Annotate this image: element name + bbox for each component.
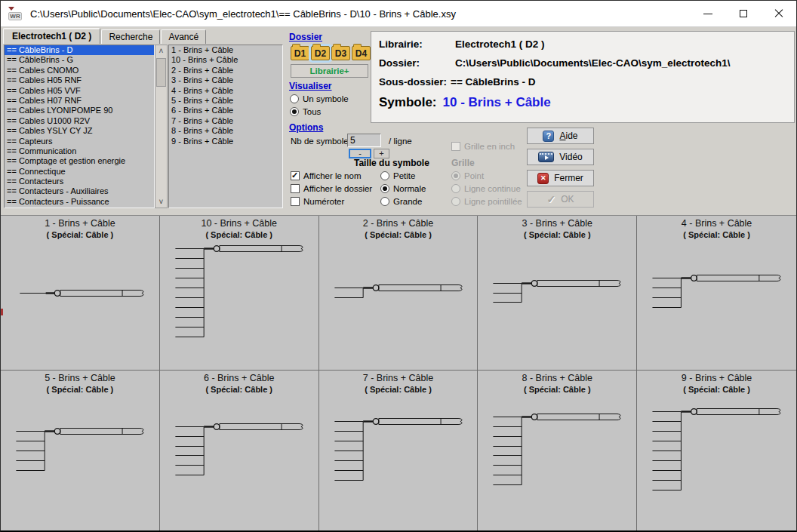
radio-ligne-pointill-e-label: Ligne pointillée — [464, 197, 522, 206]
symbol-list-item[interactable]: 4 - Brins + Câble — [169, 86, 282, 96]
symbol-cell-title: 3 - Brins + Câble — [478, 218, 636, 229]
checkbox-icon — [451, 142, 460, 151]
options-link[interactable]: Options — [289, 122, 323, 133]
checkbox-icon — [291, 197, 300, 206]
symbol-list-item[interactable]: 6 - Brins + Câble — [169, 106, 282, 115]
folder-button-d2[interactable]: D2 — [311, 46, 330, 60]
radio-icon — [380, 171, 389, 180]
minimize-button[interactable] — [690, 1, 725, 26]
symbol-cell-title: 10 - Brins + Câble — [160, 218, 318, 229]
tabstrip: Electrotech1 ( D2 )RechercheAvancé — [3, 28, 207, 44]
symbol-cell-title: 7 - Brins + Câble — [319, 373, 478, 383]
fermer-button-label: Fermer — [554, 173, 583, 183]
tab-recherche[interactable]: Recherche — [101, 29, 160, 44]
folder-list-item[interactable]: == Cables YSLY CY JZ — [5, 126, 154, 136]
folder-list-item[interactable]: == Contacteurs - Puissance — [5, 197, 154, 207]
cable-symbol-drawing — [319, 371, 478, 531]
folder-list-item[interactable]: == Communication — [5, 146, 154, 156]
symbol-cell-7-brins-c-ble[interactable]: 7 - Brins + Câble( Spécial: Câble ) — [319, 371, 479, 531]
folder-list-item[interactable]: == Contacteurs - Auxiliaires — [5, 186, 154, 196]
cable-symbol-drawing — [1, 371, 159, 531]
tab-avanc[interactable]: Avancé — [161, 29, 206, 44]
symbol-list-item[interactable]: 8 - Brins + Câble — [169, 126, 282, 136]
symbol-cell-5-brins-c-ble[interactable]: 5 - Brins + Câble( Spécial: Câble ) — [1, 371, 160, 531]
radio-petite[interactable]: Petite — [380, 171, 415, 181]
grille-title: Grille — [451, 158, 475, 168]
radio-ligne-continue: Ligne continue — [451, 183, 521, 194]
symbol-cell-3-brins-c-ble[interactable]: 3 - Brins + Câble( Spécial: Câble ) — [478, 216, 637, 371]
checkbox-grille-en-inch-label: Grille en inch — [464, 142, 515, 151]
top-panel: Electrotech1 ( D2 )RechercheAvancé == Câ… — [1, 27, 796, 215]
radio-tous[interactable]: Tous — [290, 106, 321, 117]
folder-button-d3[interactable]: D3 — [331, 46, 350, 60]
dossier-link[interactable]: Dossier — [289, 32, 322, 42]
folder-list-item[interactable]: == Contacts — [5, 207, 154, 208]
symbol-cell-4-brins-c-ble[interactable]: 4 - Brins + Câble( Spécial: Câble ) — [637, 216, 796, 371]
close-button[interactable] — [761, 1, 796, 26]
symbol-cell-1-brins-c-ble[interactable]: 1 - Brins + Câble( Spécial: Câble ) — [1, 216, 160, 371]
radio-icon — [451, 197, 460, 206]
symbol-cell-10-brins-c-ble[interactable]: 10 - Brins + Câble( Spécial: Câble ) — [160, 216, 319, 371]
checkbox-num-roter[interactable]: Numéroter — [291, 196, 344, 207]
folder-list-item[interactable]: == Cables LYONIPOMPE 90 — [5, 106, 154, 115]
fermer-button[interactable]: Fermer — [527, 170, 594, 186]
tab-electrotech1-d2[interactable]: Electrotech1 ( D2 ) — [3, 28, 100, 44]
symbol-cell-subtitle: ( Spécial: Câble ) — [160, 385, 318, 394]
nb-symbole-label: Nb de symbole : — [291, 137, 353, 146]
symbol-list-item[interactable]: 5 - Brins + Câble — [169, 96, 282, 106]
symbol-cell-title: 2 - Brins + Câble — [319, 218, 478, 229]
radio-normale-label: Normale — [393, 184, 426, 193]
close-red-icon — [537, 173, 549, 184]
cable-symbol-drawing — [478, 371, 636, 531]
symbol-cell-9-brins-c-ble[interactable]: 9 - Brins + Câble( Spécial: Câble ) — [637, 371, 796, 531]
folder-list-item[interactable]: == Cables CNOMO — [5, 66, 154, 75]
symbol-cell-2-brins-c-ble[interactable]: 2 - Brins + Câble( Spécial: Câble ) — [319, 216, 479, 371]
symbol-cell-title: 4 - Brins + Câble — [637, 218, 796, 229]
scrollbar-thumb[interactable] — [156, 58, 166, 87]
librairie-plus-button[interactable]: Librairie+ — [291, 64, 368, 78]
checkbox-afficher-le-nom[interactable]: Afficher le nom — [291, 171, 362, 181]
checkbox-afficher-le-dossier[interactable]: Afficher le dossier — [291, 183, 372, 194]
folder-list-item[interactable]: == Cables H05 VVF — [5, 86, 154, 96]
folder-list-item[interactable]: == Comptage et gestion energie — [5, 156, 154, 166]
folder-button-d4[interactable]: D4 — [352, 46, 371, 60]
symbol-cell-subtitle: ( Spécial: Câble ) — [478, 230, 636, 239]
radio-grande[interactable]: Grande — [380, 196, 422, 207]
taille-symbole-title: Taille du symbole — [354, 158, 429, 168]
folder-list-item[interactable]: == Cables H07 RNF — [5, 96, 154, 106]
symbol-list-item[interactable]: 10 - Brins + Câble — [169, 55, 282, 65]
librairie-label: Librairie: — [379, 38, 455, 50]
folder-list-item[interactable]: == CâbleBrins - G — [5, 55, 154, 65]
maximize-button[interactable] — [725, 1, 761, 26]
symbol-cell-8-brins-c-ble[interactable]: 8 - Brins + Câble( Spécial: Câble ) — [478, 371, 637, 531]
symbol-cell-subtitle: ( Spécial: Câble ) — [637, 230, 796, 239]
folder-list-item[interactable]: == Connectique — [5, 167, 154, 177]
radio-un-symbole[interactable]: Un symbole — [290, 94, 349, 104]
minimize-icon — [703, 14, 712, 14]
folder-list-item[interactable]: == CâbleBrins - D — [5, 45, 154, 55]
scroll-down-icon[interactable] — [155, 196, 167, 208]
symbol-list-item[interactable]: 1 - Brins + Câble — [169, 45, 282, 55]
symbol-cell-title: 5 - Brins + Câble — [1, 373, 159, 383]
folder-list-item[interactable]: == Cables H05 RNF — [5, 75, 154, 85]
folder-button-d1[interactable]: D1 — [291, 46, 309, 60]
radio-normale[interactable]: Normale — [380, 183, 426, 194]
checkbox-icon — [291, 184, 300, 193]
visualiser-link[interactable]: Visualiser — [289, 81, 331, 91]
aide-button-label: Aide — [559, 131, 577, 141]
folder-list-item[interactable]: == Capteurs — [5, 137, 154, 146]
aide-button[interactable]: Aide — [527, 128, 594, 144]
folder-list-scrollbar[interactable] — [155, 45, 168, 208]
nb-symbole-input[interactable] — [347, 134, 381, 147]
symbol-list-item[interactable]: 7 - Brins + Câble — [169, 116, 282, 126]
symbol-list-item[interactable]: 3 - Brins + Câble — [169, 75, 282, 85]
symbol-list-item[interactable]: 2 - Brins + Câble — [169, 66, 282, 75]
folder-list-item[interactable]: == Cables U1000 R2V — [5, 116, 154, 126]
symbol-cell-6-brins-c-ble[interactable]: 6 - Brins + Câble( Spécial: Câble ) — [160, 371, 319, 531]
symbol-list-item[interactable]: 9 - Brins + Câble — [169, 137, 282, 146]
symbol-cell-title: 1 - Brins + Câble — [1, 218, 159, 229]
sous-dossier-value: == CâbleBrins - D — [451, 76, 536, 88]
folder-list-item[interactable]: == Contacteurs — [5, 177, 154, 186]
vid-o-button[interactable]: Vidéo — [527, 149, 594, 165]
scroll-up-icon[interactable] — [155, 45, 167, 57]
